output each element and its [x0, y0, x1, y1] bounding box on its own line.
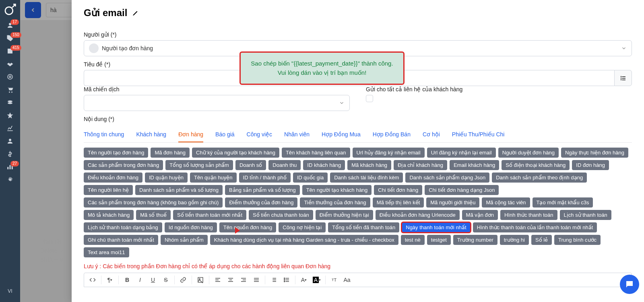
- variable-chip[interactable]: Ngày thanh toán mới nhất: [402, 222, 470, 232]
- align-left-button[interactable]: [212, 274, 224, 286]
- tab-cơ-hội[interactable]: Cơ hội: [423, 127, 440, 142]
- variable-chip[interactable]: Danh sách sản phẩm theo định dạng: [492, 173, 587, 183]
- send-all-checkbox[interactable]: [366, 95, 373, 102]
- variable-chip[interactable]: Điểm thưởng của đơn hàng: [225, 197, 297, 207]
- cart-icon[interactable]: [6, 86, 14, 93]
- variable-chip[interactable]: Url đăng ký nhận lại email: [427, 148, 496, 158]
- star-icon[interactable]: [6, 112, 14, 119]
- code-view-button[interactable]: [87, 274, 99, 286]
- tab-công-việc[interactable]: Công việc: [247, 127, 272, 142]
- building-icon[interactable]: 415: [6, 47, 14, 55]
- pencil-icon[interactable]: [132, 9, 139, 16]
- variable-chip[interactable]: Danh sách sản phẩm và số lượng: [135, 185, 223, 195]
- tab-thông-tin-chung[interactable]: Thông tin chung: [84, 127, 124, 142]
- variable-chip[interactable]: Hình thức thanh toán: [500, 210, 557, 220]
- variable-chip[interactable]: trường hi: [500, 235, 529, 245]
- variable-chip[interactable]: Doanh số: [235, 160, 266, 170]
- variable-chip[interactable]: Chi tiết đơn hàng dạng Json: [425, 185, 499, 195]
- tab-báo-giá[interactable]: Báo giá: [215, 127, 234, 142]
- variable-chip[interactable]: ID tỉnh / thành phố: [239, 173, 291, 183]
- variable-chip[interactable]: Chữ ký của người tạo khách hàng: [192, 148, 279, 158]
- paragraph-button[interactable]: ¶▾: [104, 274, 116, 286]
- variable-chip[interactable]: Tạo mới mật khẩu c3s: [533, 197, 593, 207]
- strike-button[interactable]: S: [160, 274, 172, 286]
- variable-chip[interactable]: Tổng số tiền đã thanh toán: [328, 222, 399, 232]
- coins-icon[interactable]: [6, 99, 14, 106]
- chat-bubble-button[interactable]: [620, 275, 639, 294]
- variable-chip[interactable]: Trường number: [453, 235, 497, 245]
- variable-chip[interactable]: Điểm thưởng hiện tại: [316, 210, 373, 220]
- variable-chip[interactable]: Tên quận huyện: [190, 173, 237, 183]
- campaign-select[interactable]: [84, 95, 350, 111]
- handshake-icon[interactable]: [6, 60, 14, 68]
- users-icon[interactable]: 17: [6, 22, 14, 29]
- font-color-button[interactable]: A▾: [298, 274, 310, 286]
- variable-chip[interactable]: Text area moi11: [84, 247, 129, 257]
- variable-chip[interactable]: Mã vận đơn: [462, 210, 498, 220]
- variable-chip[interactable]: Lịch sử thanh toán dạng bảng: [84, 222, 162, 232]
- variable-chip[interactable]: Điều khoản đơn hàng: [84, 173, 142, 183]
- tab-hợp-đồng-mua[interactable]: Hợp Đồng Mua: [322, 127, 361, 142]
- variable-chip[interactable]: Số tiền thanh toán mới nhất: [173, 210, 246, 220]
- variable-chip[interactable]: Url hủy đăng ký nhận email: [353, 148, 425, 158]
- variable-chip[interactable]: Tổng số lượng sản phẩm: [165, 160, 233, 170]
- variable-chip[interactable]: ID quận huyện: [145, 173, 188, 183]
- variable-chip[interactable]: Trung bình cước: [554, 235, 601, 245]
- tab-khách-hàng[interactable]: Khách hàng: [136, 127, 166, 142]
- variable-chip[interactable]: Doanh thu: [268, 160, 301, 170]
- variable-chip[interactable]: Danh sách sản phẩm dạng Json: [405, 173, 489, 183]
- variable-chip[interactable]: Mã người giới thiệu: [426, 197, 479, 207]
- variable-chip[interactable]: Id nguồn đơn hàng: [165, 222, 217, 232]
- tab-phiếu-thu/phiếu-chi[interactable]: Phiếu Thu/Phiếu Chi: [452, 127, 505, 142]
- variable-chip[interactable]: Công nợ hiện tại: [279, 222, 326, 232]
- italic-button[interactable]: I: [134, 274, 146, 286]
- variable-chip[interactable]: Số lẻ: [531, 235, 552, 245]
- variable-chip[interactable]: Chi tiết đơn hàng: [374, 185, 422, 195]
- variable-chip[interactable]: Khách hàng dùng dịch vụ tại nhà hàng Gar…: [210, 235, 398, 245]
- variable-chip[interactable]: Mã cộng tác viên: [482, 197, 530, 207]
- subject-list-button[interactable]: [614, 70, 632, 86]
- variable-chip[interactable]: Tên người tạo đơn hàng: [84, 148, 148, 158]
- variable-chip[interactable]: Địa chỉ khách hàng: [394, 160, 447, 170]
- ul-button[interactable]: [281, 274, 293, 286]
- variable-chip[interactable]: Ghi chú thanh toán mới nhất: [84, 235, 158, 245]
- font-size-button[interactable]: TT: [328, 274, 340, 286]
- variable-chip[interactable]: Tên người tạo khách hàng: [302, 185, 372, 195]
- variable-chip[interactable]: Hình thức thanh toán của lần thanh toán …: [473, 222, 597, 232]
- chart-icon[interactable]: [6, 125, 14, 132]
- variable-chip[interactable]: test nè: [401, 235, 425, 245]
- bg-color-button[interactable]: A▾: [311, 274, 323, 286]
- variable-chip[interactable]: Bảng sản phẩm và số lượng: [225, 185, 300, 195]
- variable-chip[interactable]: Tên người liên hệ: [84, 185, 133, 195]
- variable-chip[interactable]: Các sản phẩm trong đơn hàng (không bao g…: [84, 197, 223, 207]
- variable-chip[interactable]: Số tiền chưa thanh toán: [249, 210, 313, 220]
- variable-chip[interactable]: testget: [427, 235, 451, 245]
- lang-label[interactable]: VI: [8, 288, 12, 294]
- variable-chip[interactable]: Mô tả khách hàng: [84, 210, 134, 220]
- variable-chip[interactable]: Ngày thực hiện đơn hàng: [561, 148, 628, 158]
- bold-button[interactable]: B: [121, 274, 133, 286]
- align-right-button[interactable]: [237, 274, 250, 286]
- variable-chip[interactable]: Mã khách hàng: [347, 160, 391, 170]
- variable-chip[interactable]: Số điện thoại khách hàng: [502, 160, 570, 170]
- tab-đơn-hàng[interactable]: Đơn hàng: [178, 127, 203, 142]
- variable-chip[interactable]: Email khách hàng: [450, 160, 499, 170]
- variable-chip[interactable]: Các sản phẩm trong đơn hàng: [84, 160, 163, 170]
- variable-chip[interactable]: Mã tiếp thị liên kết: [373, 197, 424, 207]
- variable-chip[interactable]: Điều khoản đơn hàng Urlencode: [376, 210, 460, 220]
- target-icon[interactable]: [6, 73, 14, 80]
- variable-chip[interactable]: Tiền thưởng của đơn hàng: [300, 197, 370, 207]
- link-button[interactable]: [177, 274, 189, 286]
- dollar-icon[interactable]: [6, 150, 14, 158]
- gear-icon[interactable]: [6, 176, 14, 183]
- ol-button[interactable]: [268, 274, 280, 286]
- variable-chip[interactable]: ID khách hàng: [303, 160, 345, 170]
- variable-chip[interactable]: Tên nguồn đơn hàng: [219, 222, 277, 232]
- variable-chip[interactable]: Danh sách tài liệu đính kèm: [330, 173, 403, 183]
- variable-chip[interactable]: Tên khách hàng liên quan: [282, 148, 350, 158]
- tab-nhân-viên[interactable]: Nhân viên: [284, 127, 310, 142]
- variable-chip[interactable]: Mã số thuế: [136, 210, 171, 220]
- variable-chip[interactable]: Nhóm sản phẩm: [161, 235, 208, 245]
- variable-chip[interactable]: Lịch sử thanh toán: [560, 210, 611, 220]
- variable-chip[interactable]: ID quốc gia: [293, 173, 328, 183]
